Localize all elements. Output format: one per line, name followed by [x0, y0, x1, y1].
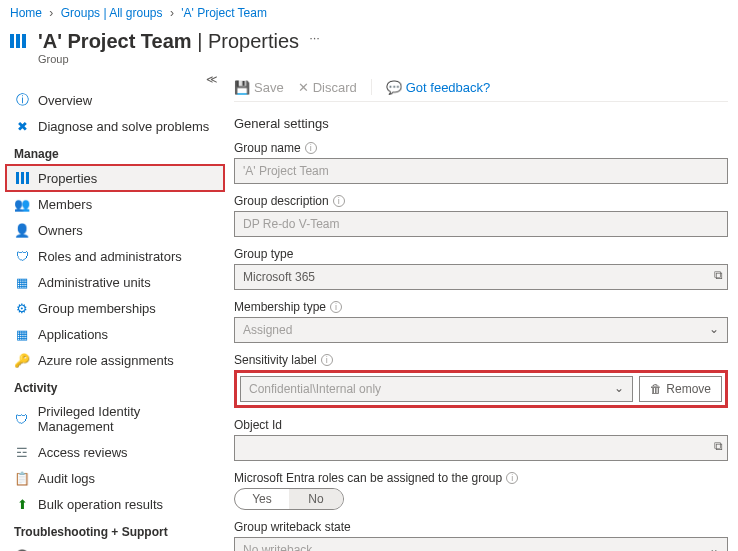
object-id-field: ⧉: [234, 435, 728, 461]
sidebar-section-manage: Manage: [6, 139, 224, 165]
properties-icon: [14, 170, 30, 186]
chevron-down-icon: ⌄: [709, 542, 719, 551]
chevron-down-icon: ⌄: [614, 381, 624, 395]
sidebar-item-members[interactable]: 👥 Members: [6, 191, 224, 217]
sidebar-item-support[interactable]: 🎧 New support request: [6, 543, 224, 551]
chevron-right-icon: ›: [166, 6, 178, 20]
group-name-field[interactable]: 'A' Project Team: [234, 158, 728, 184]
copy-icon[interactable]: ⧉: [714, 439, 723, 453]
apps-icon: ▦: [14, 326, 30, 342]
toolbar: 💾 Save ✕ Discard 💬 Got feedback?: [234, 73, 728, 102]
object-id-label: Object Id: [234, 418, 728, 432]
sidebar-item-overview[interactable]: ⓘ Overview: [6, 87, 224, 113]
membership-field[interactable]: Assigned ⌄: [234, 317, 728, 343]
pim-icon: 🛡: [14, 411, 30, 427]
sidebar-item-applications[interactable]: ▦ Applications: [6, 321, 224, 347]
breadcrumb-groups[interactable]: Groups | All groups: [61, 6, 163, 20]
toggle-yes[interactable]: Yes: [235, 489, 289, 509]
membership-label: Membership typei: [234, 300, 728, 314]
sensitivity-field[interactable]: Confidential\Internal only ⌄: [240, 376, 633, 402]
wrench-icon: ✖: [14, 118, 30, 134]
sidebar-item-roles[interactable]: 🛡 Roles and administrators: [6, 243, 224, 269]
copy-icon[interactable]: ⧉: [714, 268, 723, 282]
group-desc-label: Group descriptioni: [234, 194, 728, 208]
toggle-no[interactable]: No: [289, 489, 343, 509]
bulk-icon: ⬆: [14, 496, 30, 512]
writeback-label: Group writeback state: [234, 520, 728, 534]
owners-icon: 👤: [14, 222, 30, 238]
feedback-icon: 💬: [386, 80, 402, 95]
roles-icon: 🛡: [14, 248, 30, 264]
info-icon[interactable]: i: [333, 195, 345, 207]
admin-units-icon: ▦: [14, 274, 30, 290]
discard-button[interactable]: ✕ Discard: [298, 80, 357, 95]
breadcrumb: Home › Groups | All groups › 'A' Project…: [0, 0, 738, 26]
page-header: 'A' Project Team | Properties Group ···: [0, 26, 738, 73]
save-button[interactable]: 💾 Save: [234, 80, 284, 95]
sidebar-item-properties[interactable]: Properties: [6, 165, 224, 191]
page-subtitle: Group: [38, 53, 299, 65]
key-icon: 🔑: [14, 352, 30, 368]
group-type-label: Group type: [234, 247, 728, 261]
collapse-icon[interactable]: ≪: [206, 73, 218, 86]
sidebar: ≪ ⓘ Overview ✖ Diagnose and solve proble…: [0, 73, 224, 551]
sidebar-item-admin-units[interactable]: ▦ Administrative units: [6, 269, 224, 295]
discard-icon: ✕: [298, 80, 309, 95]
sensitivity-label: Sensitivity labeli: [234, 353, 728, 367]
entra-roles-label: Microsoft Entra roles can be assigned to…: [234, 471, 728, 485]
info-icon: ⓘ: [14, 92, 30, 108]
svg-rect-2: [26, 172, 29, 184]
audit-icon: 📋: [14, 470, 30, 486]
sidebar-item-bulk-op[interactable]: ⬆ Bulk operation results: [6, 491, 224, 517]
writeback-field[interactable]: No writeback ⌄: [234, 537, 728, 551]
chevron-right-icon: ›: [45, 6, 57, 20]
svg-rect-0: [16, 172, 19, 184]
group-type-field: Microsoft 365 ⧉: [234, 264, 728, 290]
sidebar-section-troubleshoot: Troubleshooting + Support: [6, 517, 224, 543]
trash-icon: 🗑: [650, 382, 662, 396]
content-area: 💾 Save ✕ Discard 💬 Got feedback? General…: [224, 73, 738, 551]
more-icon[interactable]: ···: [309, 30, 320, 45]
sidebar-item-access-reviews[interactable]: ☲ Access reviews: [6, 439, 224, 465]
breadcrumb-team[interactable]: 'A' Project Team: [181, 6, 267, 20]
sidebar-item-pim[interactable]: 🛡 Privileged Identity Management: [6, 399, 224, 439]
chevron-down-icon: ⌄: [709, 322, 719, 336]
group-desc-field[interactable]: DP Re-do V-Team: [234, 211, 728, 237]
section-title: General settings: [234, 116, 728, 131]
sidebar-item-azure-role[interactable]: 🔑 Azure role assignments: [6, 347, 224, 373]
info-icon[interactable]: i: [506, 472, 518, 484]
remove-button[interactable]: 🗑 Remove: [639, 376, 722, 402]
sidebar-item-audit-logs[interactable]: 📋 Audit logs: [6, 465, 224, 491]
svg-rect-1: [21, 172, 24, 184]
sidebar-item-owners[interactable]: 👤 Owners: [6, 217, 224, 243]
breadcrumb-home[interactable]: Home: [10, 6, 42, 20]
info-icon[interactable]: i: [321, 354, 333, 366]
save-icon: 💾: [234, 80, 250, 95]
divider: [371, 79, 372, 95]
sidebar-item-group-memberships[interactable]: ⚙ Group memberships: [6, 295, 224, 321]
memberships-icon: ⚙: [14, 300, 30, 316]
info-icon[interactable]: i: [305, 142, 317, 154]
group-icon: [10, 34, 30, 48]
sensitivity-highlight: Confidential\Internal only ⌄ 🗑 Remove: [234, 370, 728, 408]
members-icon: 👥: [14, 196, 30, 212]
sidebar-section-activity: Activity: [6, 373, 224, 399]
access-reviews-icon: ☲: [14, 444, 30, 460]
sidebar-item-diagnose[interactable]: ✖ Diagnose and solve problems: [6, 113, 224, 139]
feedback-button[interactable]: 💬 Got feedback?: [386, 80, 491, 95]
info-icon[interactable]: i: [330, 301, 342, 313]
page-title: 'A' Project Team | Properties: [38, 30, 299, 53]
entra-roles-toggle[interactable]: Yes No: [234, 488, 344, 510]
group-name-label: Group namei: [234, 141, 728, 155]
